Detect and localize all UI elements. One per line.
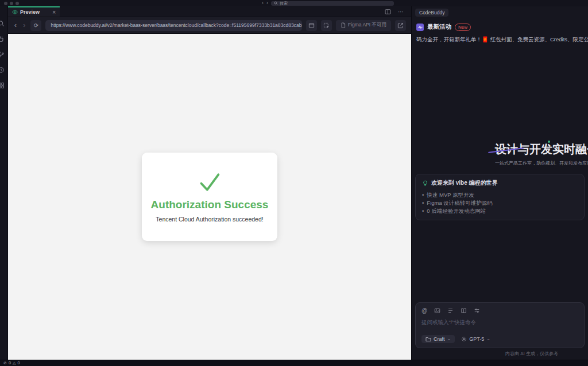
traffic-lights — [4, 2, 19, 5]
mode-selector[interactable]: Craft ⌄ — [421, 335, 455, 343]
close-window-button[interactable] — [4, 2, 7, 5]
search-placeholder: 搜索 — [280, 1, 288, 6]
tab-preview[interactable]: Preview × — [8, 6, 60, 17]
reload-button[interactable]: ⟳ — [30, 20, 41, 31]
authorization-card: Authorization Success Tencent Cloud Auth… — [142, 153, 277, 241]
welcome-card: 欢迎来到 vibe 编程的世界 快速 MVP 原型开发 Figma 设计稿转可维… — [415, 174, 585, 220]
figma-api-button[interactable]: Figma API 不可用 — [336, 20, 391, 31]
figma-api-label: Figma API 不可用 — [348, 22, 386, 29]
model-selector[interactable]: GPT-5 ⌄ — [461, 336, 490, 342]
model-gear-icon — [461, 336, 467, 342]
url-text: https://www.codebuddy.ai/v2/market-baas-… — [51, 22, 302, 28]
layout-icon[interactable] — [0, 82, 7, 89]
git-branch-icon[interactable] — [0, 51, 7, 58]
hero-section: 设计与开发实时融合 一站式产品工作室，助你规划、开发和发布应用， — [495, 142, 588, 166]
chevron-down-icon: ⌄ — [447, 337, 451, 341]
more-actions-icon[interactable]: ⋯ — [398, 9, 404, 15]
folder-icon — [425, 337, 431, 342]
welcome-bullet-list: 快速 MVP 原型开发 Figma 设计稿转可维护源码 0 后端经验开发动态网站 — [422, 191, 578, 215]
search-icon — [274, 1, 278, 5]
chat-placeholder: 提问或输入"/"快捷命令 — [421, 319, 578, 326]
back-icon[interactable]: ‹ — [13, 21, 18, 29]
extensions-icon[interactable] — [0, 36, 7, 42]
open-external-icon[interactable] — [395, 20, 406, 31]
warnings-count[interactable]: 0 — [17, 360, 20, 366]
activity-label: 最新活动 — [427, 23, 451, 31]
file-icon — [341, 22, 346, 28]
chevron-down-icon: ⌄ — [486, 337, 490, 341]
history-icon[interactable] — [0, 67, 7, 73]
history-forward-icon[interactable]: › — [266, 0, 268, 6]
activity-banner[interactable]: 码力全开，开箱新年礼单！🧧 红包封面、免费云资源、Credits、限定公仔等派送… — [412, 31, 588, 44]
mention-icon[interactable]: @ — [421, 308, 427, 314]
warnings-icon[interactable]: △ — [13, 360, 16, 366]
panel-title: CodeBuddy — [415, 9, 448, 17]
minimize-window-button[interactable] — [10, 2, 13, 5]
sparkle-dot-decoration — [548, 141, 550, 143]
hero-title-wrap: 设计与开发实时融合 — [495, 142, 588, 156]
maximize-window-button[interactable] — [16, 2, 19, 5]
history-back-icon[interactable]: ‹ — [262, 0, 264, 6]
split-editor-icon[interactable] — [385, 9, 391, 15]
titlebar: ‹ › 搜索 — [0, 0, 588, 6]
editor-area: Preview × ⋯ ‹ › ⟳ https://www.codebuddy.… — [8, 6, 411, 360]
chat-input-box[interactable]: @ 提问或输入"/"快捷命令 — [415, 302, 585, 348]
global-search-input[interactable]: 搜索 — [271, 1, 394, 6]
search-icon[interactable] — [0, 20, 7, 27]
browser-toolbar: ‹ › ⟳ https://www.codebuddy.ai/v2/market… — [8, 17, 411, 34]
welcome-bullet: 0 后端经验开发动态网站 — [422, 207, 578, 215]
status-bar: ⊘ 0 △ 0 — [0, 360, 588, 366]
docs-book-icon[interactable] — [461, 307, 467, 314]
card-message: Tencent Cloud Authorization succeeded! — [156, 216, 263, 223]
welcome-bullet: Figma 设计稿转可维护源码 — [422, 199, 578, 207]
card-title: Authorization Success — [151, 198, 269, 211]
image-attach-icon[interactable] — [434, 307, 440, 314]
tab-bar: Preview × ⋯ — [8, 6, 411, 17]
chat-area: @ 提问或输入"/"快捷命令 — [412, 302, 588, 360]
panel-header: CodeBuddy — [412, 6, 588, 19]
success-check-icon — [196, 172, 223, 193]
browser-preview: Authorization Success Tencent Cloud Auth… — [8, 34, 411, 360]
tab-preview-label: Preview — [20, 9, 40, 15]
activity-bar — [0, 6, 8, 360]
codebuddy-panel: CodeBuddy 最新活动 New 码力全开，开箱新年礼单！🧧 红包封面、免费… — [411, 6, 588, 360]
new-badge: New — [455, 24, 471, 31]
lightbulb-icon — [422, 180, 428, 186]
inspect-element-icon[interactable] — [321, 20, 332, 31]
latest-activity-row[interactable]: 最新活动 New — [412, 19, 588, 31]
open-in-editor-icon[interactable] — [306, 20, 317, 31]
eye-icon — [12, 9, 18, 15]
mode-selector-label: Craft — [434, 336, 445, 342]
forward-icon[interactable]: › — [22, 21, 26, 29]
activity-pulse-icon — [416, 24, 424, 31]
rules-list-icon[interactable] — [447, 307, 454, 314]
app-window: ‹ › 搜索 — [0, 0, 588, 366]
ai-disclaimer: 内容由 AI 生成，仅供参考 — [415, 348, 585, 360]
url-input[interactable]: https://www.codebuddy.ai/v2/market-baas-… — [45, 20, 302, 31]
errors-count[interactable]: 0 — [9, 360, 11, 366]
errors-icon[interactable]: ⊘ — [3, 360, 7, 366]
sliders-icon[interactable] — [474, 307, 480, 314]
welcome-bullet: 快速 MVP 原型开发 — [422, 191, 578, 199]
model-selector-label: GPT-5 — [469, 336, 484, 342]
hero-subtitle: 一站式产品工作室，助你规划、开发和发布应用， — [495, 160, 588, 166]
close-tab-icon[interactable]: × — [52, 9, 56, 15]
welcome-title: 欢迎来到 vibe 编程的世界 — [431, 179, 498, 187]
